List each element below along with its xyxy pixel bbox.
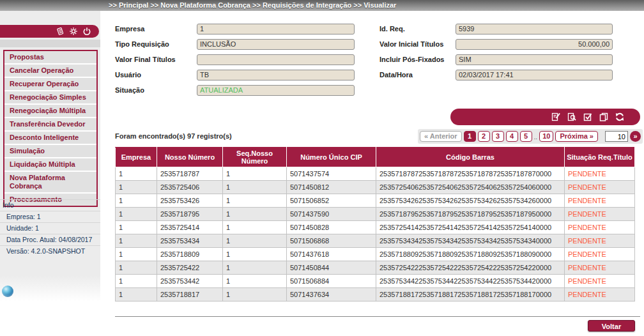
table-cell: 2535725422: [157, 261, 223, 275]
status-cell: PENDENTE: [565, 181, 635, 194]
preview-icon[interactable]: [567, 112, 577, 122]
cards-icon[interactable]: [56, 27, 65, 36]
table-cell: 2535753434: [157, 234, 223, 248]
table-cell: 5071450812: [287, 181, 376, 194]
field-label: Incluir Pós-Fixados: [379, 56, 456, 63]
field-label: Valor Inicial Títulos: [379, 40, 456, 48]
table-cell: 1: [116, 221, 157, 234]
sidebar-menu-item[interactable]: Simulação: [4, 145, 96, 158]
refresh-icon[interactable]: [615, 112, 625, 122]
sidebar-info: Info Empresa: 1Unidade: 1Data Proc. Atua…: [0, 199, 100, 257]
table-cell: 1: [116, 194, 157, 208]
gear-icon[interactable]: [69, 27, 78, 36]
select-icon[interactable]: [583, 112, 593, 122]
pagination-page-10-button[interactable]: 10: [539, 131, 553, 142]
info-item: Data Proc. Atual: 04/08/2017: [0, 234, 100, 245]
table-cell: 2535718817253571881725357188172535718817…: [376, 288, 565, 302]
status-cell: PENDENTE: [565, 275, 635, 288]
form-left-column: Empresa1Tipo RequisiçãoINCLUSÃOValor Fin…: [115, 21, 355, 98]
table-cell: 2535725406: [157, 181, 223, 194]
field-value-situa-o[interactable]: ATUALIZADA: [197, 85, 355, 96]
pagination-page-button[interactable]: 4: [506, 131, 518, 142]
breadcrumb[interactable]: >> Principal >> Nova Plataforma Cobrança…: [109, 1, 396, 9]
table-header-cell: Código Barras: [376, 148, 565, 167]
table-cell: 5071506868: [287, 234, 376, 248]
field-value-tipo-requisi-o[interactable]: INCLUSÃO: [197, 39, 355, 50]
table-cell: 5071437590: [287, 208, 376, 221]
field-value-valor-final-t-tulos[interactable]: [197, 54, 355, 65]
field-value-empresa[interactable]: 1: [197, 24, 355, 34]
table-cell: 5071506852: [287, 194, 376, 208]
field-value-valor-inicial-t-tulos[interactable]: 50.000,00: [456, 39, 613, 50]
info-item: Empresa: 1: [0, 211, 100, 222]
table-cell: 1: [223, 275, 287, 288]
field-value-data-hora[interactable]: 02/03/2017 17:41: [456, 70, 613, 80]
table-header-cell: Número Único CIP: [287, 148, 376, 167]
status-cell: PENDENTE: [565, 194, 635, 208]
status-cell: PENDENTE: [565, 248, 635, 261]
field-label: Id. Req.: [379, 25, 456, 33]
sidebar-menu-item[interactable]: Cancelar Operação: [4, 65, 96, 78]
table-header-cell: Situação Req.Título: [565, 148, 635, 167]
field-value-incluir-p-s-fixados[interactable]: SIM: [456, 54, 613, 65]
table-row[interactable]: 1253571879515071437590253571879525357187…: [116, 208, 635, 221]
table-row[interactable]: 1253572540615071450812253572540625357254…: [116, 181, 635, 194]
page-size-input[interactable]: [605, 131, 628, 142]
sidebar-menu-item[interactable]: Desconto Inteligente: [4, 132, 96, 145]
sidebar-menu-item[interactable]: Renegociação Múltipla: [4, 105, 96, 118]
table-row[interactable]: 1253571878715071437574253571878725357187…: [116, 167, 635, 181]
sidebar-menu-item[interactable]: Transferência Devedor: [4, 118, 96, 132]
sidebar-toolbar: [0, 25, 99, 38]
pagination-prev-button[interactable]: « Anterior: [420, 131, 462, 142]
pagination-page-button[interactable]: 3: [492, 131, 504, 142]
edit-report-icon[interactable]: [551, 112, 561, 122]
info-item: Versão: 4.2.0-SNAPSHOT: [0, 245, 100, 257]
table-row[interactable]: 1253571880915071437618253571880925357188…: [116, 248, 635, 261]
table-row[interactable]: 1253572541415071450828253572541425357254…: [116, 221, 635, 234]
table-row[interactable]: 1253575343415071506868253575343425357534…: [116, 234, 635, 248]
table-cell: 5071450828: [287, 221, 376, 234]
info-title: Info: [0, 199, 100, 211]
results-table: EmpresaNosso NúmeroSeq.Nosso NúmeroNúmer…: [115, 147, 635, 302]
sidebar-menu-item[interactable]: Nova Plataforma Cobrança: [4, 172, 96, 194]
table-row[interactable]: 1253575344215071506884253575344225357534…: [116, 275, 635, 288]
form-right-column: Id. Req.5939Valor Inicial Títulos50.000,…: [379, 21, 616, 82]
table-cell: 1: [116, 288, 157, 302]
table-cell: 2535718795253571879525357187952535718795…: [376, 208, 565, 221]
pagination-page-button[interactable]: 5: [520, 131, 532, 142]
table-cell: 5071437618: [287, 248, 376, 261]
table-cell: 1: [223, 234, 287, 248]
power-icon[interactable]: [82, 27, 91, 36]
field-label: Valor Final Títulos: [115, 56, 197, 63]
table-cell: 2535718795: [157, 208, 223, 221]
sidebar-menu-item[interactable]: Propostas: [4, 51, 96, 65]
pagination-next-button[interactable]: Próxima »: [555, 131, 598, 142]
field-value-usu-rio[interactable]: TB: [197, 70, 355, 80]
voltar-button[interactable]: Voltar: [588, 320, 635, 332]
sidebar-menu-item[interactable]: Recuperar Operação: [4, 78, 96, 91]
table-cell: 2535718809253571880925357188092535718809…: [376, 248, 565, 261]
sidebar-menu: PropostasCancelar OperaçãoRecuperar Oper…: [3, 50, 98, 207]
page-go-button[interactable]: »: [630, 131, 641, 142]
table-row[interactable]: 1253571881715071437634253571881725357188…: [116, 288, 635, 302]
table-cell: 2535718809: [157, 248, 223, 261]
pagination-ellipsis: ..: [534, 131, 538, 144]
table-cell: 5071437574: [287, 167, 376, 181]
pagination-page-button[interactable]: 1: [464, 131, 476, 142]
table-row[interactable]: 1253572542215071450844253572542225357254…: [116, 261, 635, 275]
table-row[interactable]: 1253575342615071506852253575342625357534…: [116, 194, 635, 208]
sidebar-menu-item[interactable]: Renegociação Simples: [4, 91, 96, 105]
field-value-id-req-[interactable]: 5939: [456, 24, 613, 34]
copy-icon[interactable]: [599, 112, 609, 122]
table-cell: 1: [223, 221, 287, 234]
status-cell: PENDENTE: [565, 234, 635, 248]
table-cell: 1: [223, 261, 287, 275]
table-cell: 1: [116, 248, 157, 261]
globe-icon[interactable]: [2, 286, 13, 297]
table-cell: 1: [223, 181, 287, 194]
table-cell: 1: [223, 167, 287, 181]
table-cell: 1: [223, 194, 287, 208]
sidebar-menu-item[interactable]: Liquidação Múltipla: [4, 158, 96, 172]
pagination-page-button[interactable]: 2: [478, 131, 490, 142]
table-cell: 1: [223, 208, 287, 221]
